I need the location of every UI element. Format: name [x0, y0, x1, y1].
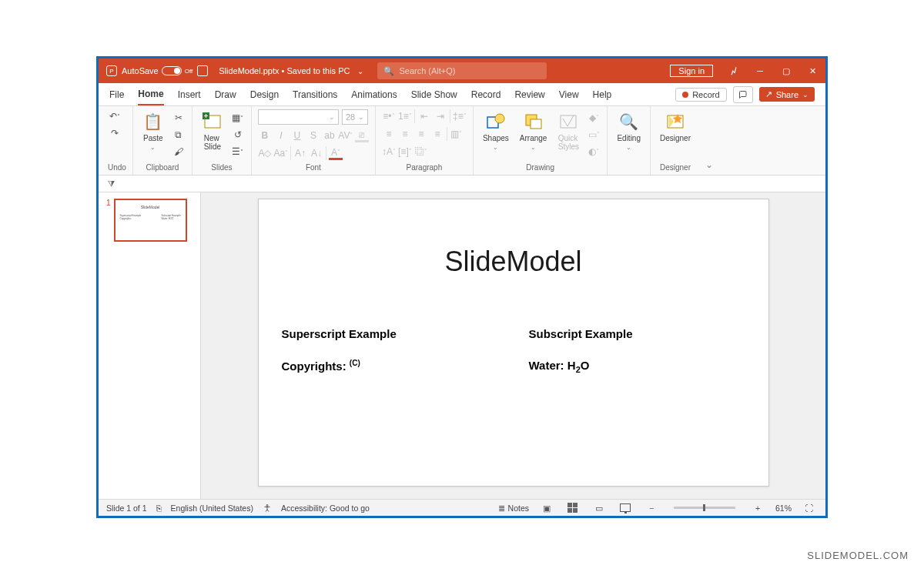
- slide-counter[interactable]: Slide 1 of 1: [106, 503, 147, 513]
- new-slide-button[interactable]: New Slide: [199, 109, 226, 152]
- font-name-select[interactable]: ⌄: [258, 109, 339, 125]
- close-button[interactable]: ✕: [799, 59, 825, 83]
- reset-button[interactable]: ↺: [231, 128, 245, 142]
- language-button[interactable]: English (United States): [171, 503, 253, 513]
- maximize-button[interactable]: ▢: [773, 59, 799, 83]
- slide-thumbnail-1[interactable]: SlideModel Superscript Example Copyright…: [114, 199, 187, 242]
- accessibility-button[interactable]: Accessibility: Good to go: [281, 503, 370, 513]
- sorter-view-button[interactable]: [564, 502, 581, 514]
- notes-icon: ≣: [498, 503, 505, 513]
- coming-soon-icon[interactable]: [721, 59, 747, 83]
- tab-home[interactable]: Home: [138, 89, 163, 105]
- share-button[interactable]: ↗ Share ⌄: [759, 87, 815, 102]
- editing-button[interactable]: 🔍 Editing⌄: [614, 109, 644, 152]
- group-label-drawing: Drawing: [480, 163, 601, 173]
- slideshow-view-button[interactable]: [617, 502, 634, 514]
- tab-draw[interactable]: Draw: [215, 89, 236, 100]
- comments-button[interactable]: [733, 86, 753, 103]
- redo-button[interactable]: ↷: [108, 126, 122, 140]
- shape-outline-button[interactable]: ▭˅: [587, 128, 601, 142]
- tab-slideshow[interactable]: Slide Show: [411, 89, 457, 100]
- change-case-button[interactable]: Aa˅: [274, 146, 288, 160]
- indent-left-button[interactable]: ⇤: [417, 109, 431, 123]
- language-icon: ⎘: [156, 503, 162, 513]
- undo-button[interactable]: ↶˅: [108, 109, 122, 123]
- filename[interactable]: SlideModel.pptx • Saved to this PC: [219, 66, 350, 75]
- bold-button[interactable]: B: [258, 129, 272, 142]
- char-spacing-button[interactable]: AV˅: [339, 129, 353, 142]
- paste-button[interactable]: 📋 Paste ⌄: [139, 109, 167, 152]
- grow-font-button[interactable]: A↑: [293, 146, 307, 160]
- layout-button[interactable]: ▦˅: [231, 111, 245, 125]
- tab-help[interactable]: Help: [593, 89, 612, 100]
- shrink-font-button[interactable]: A↓: [310, 146, 323, 160]
- tab-insert[interactable]: Insert: [178, 89, 201, 100]
- zoom-out-button[interactable]: −: [643, 502, 660, 514]
- section-button[interactable]: ☰˅: [231, 145, 245, 159]
- zoom-in-button[interactable]: +: [749, 502, 766, 514]
- format-painter-button[interactable]: 🖌: [172, 145, 186, 159]
- autosave-toggle[interactable]: AutoSave Off: [122, 66, 192, 75]
- notes-button[interactable]: ≣ Notes: [498, 503, 529, 513]
- copy-button[interactable]: ⧉: [172, 128, 186, 142]
- zoom-slider[interactable]: [674, 507, 735, 509]
- tab-design[interactable]: Design: [250, 89, 279, 100]
- tab-animations[interactable]: Animations: [351, 89, 397, 100]
- align-text-button[interactable]: [≡]˅: [398, 145, 412, 159]
- shapes-button[interactable]: Shapes⌄: [480, 109, 512, 152]
- shape-fill-button[interactable]: ◆˅: [587, 111, 601, 125]
- quick-styles-button[interactable]: Quick Styles: [554, 109, 582, 152]
- left-line: Copyrights: (C): [282, 359, 498, 373]
- shape-effects-button[interactable]: ◐˅: [587, 145, 601, 159]
- indent-right-button[interactable]: ⇥: [434, 109, 447, 123]
- slide-title[interactable]: SlideModel: [282, 246, 745, 278]
- justify-button[interactable]: ≡: [430, 127, 444, 141]
- highlight-button[interactable]: ⎚: [355, 129, 369, 142]
- new-slide-icon: [202, 111, 223, 132]
- app-window: P AutoSave Off SlideModel.pptx • Saved t…: [96, 56, 828, 518]
- save-icon[interactable]: [197, 65, 208, 76]
- collapse-ribbon-button[interactable]: ⌄: [700, 106, 718, 175]
- slide[interactable]: SlideModel Superscript Example Copyright…: [258, 199, 769, 487]
- underline-button[interactable]: U: [290, 129, 304, 142]
- italic-button[interactable]: I: [274, 129, 288, 142]
- text-direction-button[interactable]: ↕A˅: [382, 145, 396, 159]
- record-button[interactable]: Record: [675, 88, 726, 102]
- tab-record[interactable]: Record: [471, 89, 501, 100]
- align-right-button[interactable]: ≡: [414, 127, 428, 141]
- zoom-level[interactable]: 61%: [775, 503, 792, 513]
- tab-transitions[interactable]: Transitions: [293, 89, 337, 100]
- align-left-button[interactable]: ≡: [382, 127, 396, 141]
- tab-view[interactable]: View: [559, 89, 579, 100]
- numbering-button[interactable]: 1≡˅: [398, 109, 412, 123]
- slide-right-textbox[interactable]: Subscript Example Water: H2O: [529, 327, 745, 374]
- group-font: ⌄ 28⌄ B I U S ab AV˅ ⎚ A◇ Aa˅: [252, 106, 376, 175]
- smartart-button[interactable]: ⿻˅: [414, 145, 428, 159]
- font-color-button[interactable]: A˅: [329, 146, 343, 160]
- fit-to-window-button[interactable]: ⛶: [801, 502, 818, 514]
- left-heading: Superscript Example: [282, 327, 498, 340]
- minimize-button[interactable]: ─: [747, 59, 773, 83]
- signin-button[interactable]: Sign in: [670, 65, 713, 77]
- columns-button[interactable]: ▥˅: [450, 127, 464, 141]
- align-center-button[interactable]: ≡: [398, 127, 412, 141]
- tab-review[interactable]: Review: [514, 89, 544, 100]
- designer-button[interactable]: Designer: [657, 109, 694, 144]
- tab-file[interactable]: File: [109, 89, 124, 100]
- arrange-button[interactable]: Arrange⌄: [517, 109, 551, 152]
- normal-view-button[interactable]: ▣: [538, 502, 555, 514]
- line-spacing-button[interactable]: ‡≡˅: [453, 109, 467, 123]
- strike-button[interactable]: S: [306, 129, 320, 142]
- watermark: SLIDEMODEL.COM: [807, 550, 909, 561]
- slide-canvas-area[interactable]: SlideModel Superscript Example Copyright…: [201, 192, 825, 499]
- bullets-button[interactable]: ≡•˅: [382, 109, 396, 123]
- font-size-select[interactable]: 28⌄: [342, 109, 368, 125]
- cut-button[interactable]: ✂: [172, 111, 186, 125]
- shadow-button[interactable]: ab: [323, 129, 336, 142]
- clear-format-button[interactable]: A◇: [258, 146, 272, 160]
- slide-left-textbox[interactable]: Superscript Example Copyrights: (C): [282, 327, 498, 374]
- search-input[interactable]: 🔍 Search (Alt+Q): [377, 62, 547, 79]
- reading-view-button[interactable]: ▭: [591, 502, 608, 514]
- qat-customize-button[interactable]: ⧩: [108, 179, 115, 189]
- chevron-down-icon[interactable]: ⌄: [357, 67, 363, 75]
